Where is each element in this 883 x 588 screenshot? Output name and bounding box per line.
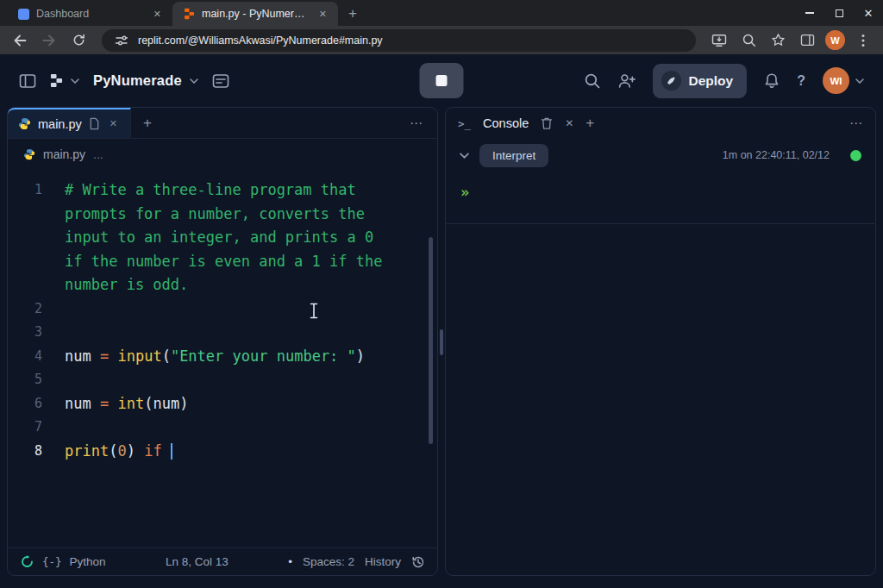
breadcrumb-more[interactable]: ... xyxy=(93,147,103,161)
stop-run-button[interactable] xyxy=(420,63,464,98)
browser-profile-avatar[interactable]: W xyxy=(825,30,845,50)
bookmark-star-icon[interactable] xyxy=(767,29,789,52)
editor-scrollbar[interactable] xyxy=(429,237,433,444)
line-number[interactable] xyxy=(8,273,42,297)
line-number[interactable]: 7 xyxy=(8,416,42,440)
language-label[interactable]: Python xyxy=(70,555,106,568)
code-intelligence-icon[interactable]: {-} xyxy=(42,555,62,568)
project-name: PyNumerade xyxy=(93,72,182,89)
code-text: print(0) if xyxy=(42,440,172,464)
account-menu[interactable]: WI xyxy=(823,67,864,94)
help-icon[interactable]: ? xyxy=(797,73,805,89)
new-tab-button[interactable]: + xyxy=(338,5,367,26)
side-panel-icon[interactable] xyxy=(796,29,818,52)
tab-label: main.py - PyNumerade - Replit xyxy=(202,8,310,20)
window-close-button[interactable]: ✕ xyxy=(854,0,883,26)
deploy-icon xyxy=(661,71,681,91)
code-line[interactable]: 2 xyxy=(8,297,437,322)
project-name-menu[interactable]: PyNumerade xyxy=(93,72,198,89)
new-console-tab-button[interactable]: + xyxy=(586,115,594,132)
replit-logo-menu[interactable] xyxy=(50,73,79,88)
code-text: input to an integer, and prints a 0 xyxy=(42,226,373,250)
editor-panel: main.py ✕ + ⋯ main.py ... xyxy=(7,107,438,576)
url-bar[interactable]: replit.com/@WilliamsAkwasi/PyNumerade#ma… xyxy=(102,29,696,52)
user-avatar: WI xyxy=(823,67,849,94)
code-line[interactable]: prompts for a number, converts the xyxy=(8,203,437,227)
window-minimize-button[interactable] xyxy=(795,0,824,26)
tab-close-icon[interactable]: ✕ xyxy=(151,8,164,21)
forward-icon[interactable] xyxy=(38,29,60,52)
code-text: if the number is even and a 1 if the xyxy=(42,250,382,274)
panel-resize-divider[interactable] xyxy=(438,107,445,576)
replit-favicon xyxy=(183,8,195,20)
line-number[interactable] xyxy=(8,250,42,274)
history-clock-icon[interactable] xyxy=(411,555,425,569)
run-timestamp: 1m on 22:40:11, 02/12 xyxy=(723,149,830,161)
workspace: main.py ✕ + ⋯ main.py ... xyxy=(0,107,883,588)
code-line[interactable]: 1# Write a three-line program that xyxy=(8,178,437,203)
url-text: replit.com/@WilliamsAkwasi/PyNumerade#ma… xyxy=(138,34,383,47)
line-number[interactable] xyxy=(8,226,42,250)
line-number[interactable]: 1 xyxy=(8,178,42,203)
line-number[interactable]: 5 xyxy=(8,368,42,392)
install-app-icon[interactable] xyxy=(708,29,730,52)
code-editor[interactable]: 1# Write a three-line program thatprompt… xyxy=(8,170,437,547)
console-more-menu-icon[interactable]: ⋯ xyxy=(849,116,863,131)
workspace-features-icon[interactable] xyxy=(212,73,229,89)
code-lines: 1# Write a three-line program thatprompt… xyxy=(8,178,437,463)
panel-resize-handle[interactable] xyxy=(440,329,443,355)
zoom-icon[interactable] xyxy=(737,29,760,52)
cursor-position[interactable]: Ln 8, Col 13 xyxy=(166,555,229,568)
spaces-setting[interactable]: Spaces: 2 xyxy=(303,555,354,568)
console-output[interactable]: » xyxy=(446,172,875,223)
browser-menu-icon[interactable] xyxy=(852,29,874,52)
editor-more-menu-icon[interactable]: ⋯ xyxy=(396,116,437,131)
browser-tabstrip: Dashboard ✕ main.py - PyNumerade - Repli… xyxy=(0,0,883,26)
history-button[interactable]: History xyxy=(365,555,401,568)
line-number[interactable]: 8 xyxy=(8,440,42,464)
code-line[interactable]: input to an integer, and prints a 0 xyxy=(8,226,437,250)
editor-tab-mainpy[interactable]: main.py ✕ xyxy=(8,108,131,138)
editor-tab-close-icon[interactable]: ✕ xyxy=(107,117,120,130)
breadcrumb[interactable]: main.py ... xyxy=(8,139,437,170)
interpret-badge[interactable]: Interpret xyxy=(479,144,548,167)
code-text: number is odd. xyxy=(42,273,188,297)
tab-label: Dashboard xyxy=(36,8,144,20)
trash-icon[interactable] xyxy=(541,116,553,130)
code-line[interactable]: 4num = input("Enter your number: ") xyxy=(8,345,437,369)
line-number[interactable]: 4 xyxy=(8,345,42,369)
code-line[interactable]: 7 xyxy=(8,416,437,440)
code-line[interactable]: 3 xyxy=(8,321,437,345)
notifications-bell-icon[interactable] xyxy=(764,72,780,89)
console-close-icon[interactable]: ✕ xyxy=(565,117,573,129)
prompt-icon: » xyxy=(460,184,469,201)
code-line[interactable]: 6num = int(num) xyxy=(8,392,437,416)
code-line[interactable]: number is odd. xyxy=(8,273,437,297)
code-line[interactable]: 5 xyxy=(8,368,437,392)
sync-status-icon[interactable] xyxy=(20,554,34,569)
line-number[interactable]: 3 xyxy=(8,321,42,345)
invite-user-icon[interactable] xyxy=(617,72,636,89)
reload-icon[interactable] xyxy=(67,29,90,52)
line-number[interactable]: 6 xyxy=(8,392,42,416)
line-number[interactable]: 2 xyxy=(8,297,42,322)
back-icon[interactable] xyxy=(9,29,31,52)
line-number[interactable] xyxy=(8,203,42,227)
chevron-down-icon[interactable] xyxy=(460,153,469,159)
tab-close-icon[interactable]: ✕ xyxy=(316,8,329,21)
window-maximize-button[interactable] xyxy=(824,0,854,26)
console-run-row: Interpret 1m on 22:40:11, 02/12 xyxy=(446,139,875,172)
search-icon[interactable] xyxy=(584,72,600,89)
run-status-dot xyxy=(850,150,861,161)
deploy-button[interactable]: Deploy xyxy=(653,64,748,98)
deploy-label: Deploy xyxy=(689,73,734,89)
browser-tab-replit[interactable]: main.py - PyNumerade - Replit ✕ xyxy=(172,2,338,26)
site-settings-icon[interactable] xyxy=(114,33,129,48)
sidebar-toggle-icon[interactable] xyxy=(19,73,36,89)
console-title: Console xyxy=(483,116,529,130)
code-line[interactable]: if the number is even and a 1 if the xyxy=(8,250,437,274)
console-panel: >_ Console ✕ + ⋯ Interpret 1m on 22:40:1… xyxy=(445,107,876,576)
code-line[interactable]: 8print(0) if xyxy=(8,440,437,464)
new-editor-tab-button[interactable]: + xyxy=(131,115,164,132)
browser-tab-dashboard[interactable]: Dashboard ✕ xyxy=(7,2,172,26)
